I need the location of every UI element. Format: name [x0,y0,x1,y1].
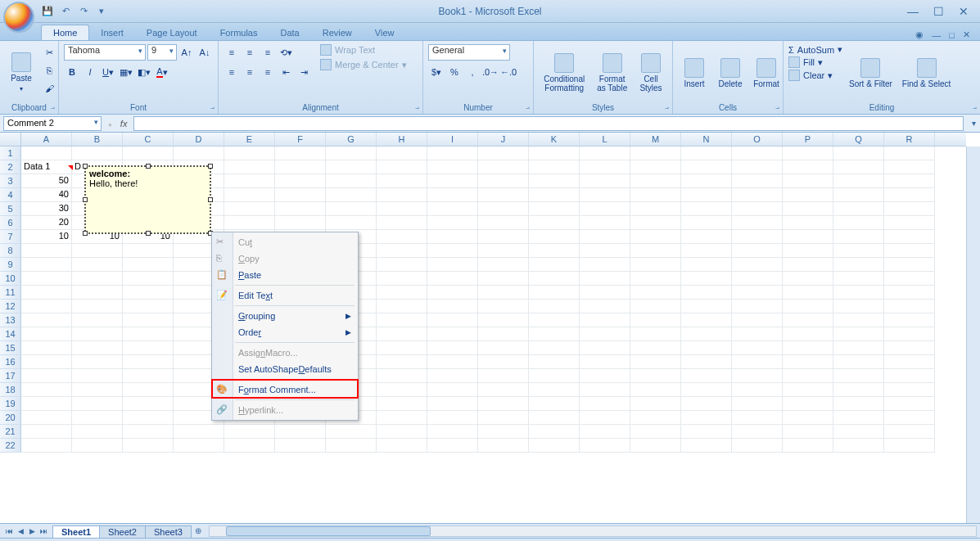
cell[interactable] [783,244,833,258]
cell[interactable] [833,188,884,202]
cell[interactable] [580,439,630,453]
cell[interactable] [783,188,833,202]
cell[interactable] [833,341,884,355]
qat-dropdown-icon[interactable]: ▾ [95,5,108,18]
font-color-icon[interactable]: A▾ [154,64,170,80]
next-sheet-icon[interactable]: ▶ [26,527,38,535]
cell[interactable] [377,174,427,188]
cell[interactable] [681,230,732,244]
cell[interactable] [224,147,275,160]
tab-home[interactable]: Home [41,25,89,40]
cell[interactable] [580,188,630,202]
cell[interactable] [580,160,630,174]
cell[interactable] [580,313,630,327]
cell[interactable] [224,188,275,202]
cell[interactable] [427,439,478,453]
cell[interactable] [275,174,326,188]
cell[interactable] [681,397,732,411]
cell[interactable] [72,272,123,286]
cell[interactable] [732,286,783,300]
cell[interactable] [123,300,174,313]
cell[interactable] [427,230,478,244]
increase-decimal-icon[interactable]: .0→ [482,64,499,80]
cell[interactable] [529,355,580,369]
format-painter-icon[interactable]: 🖌 [41,80,57,97]
cell[interactable] [833,174,884,188]
cell[interactable] [72,258,123,272]
cell[interactable] [427,160,478,174]
cell[interactable] [783,286,833,300]
cell[interactable] [427,258,478,272]
cell[interactable] [72,327,123,341]
cell[interactable] [783,313,833,327]
column-header[interactable]: D [174,133,224,146]
cell[interactable] [478,272,529,286]
cell[interactable] [732,355,783,369]
cell[interactable] [580,216,630,230]
cell[interactable] [123,397,174,411]
clear-button[interactable]: Clear ▾ [788,70,842,81]
cell[interactable] [377,258,427,272]
cell[interactable] [224,216,275,230]
cell[interactable] [783,160,833,174]
align-right-icon[interactable]: ≡ [260,64,276,80]
wrap-text-button[interactable]: Wrap Text [320,44,407,56]
cell[interactable] [681,341,732,355]
cell[interactable] [783,216,833,230]
cell[interactable] [72,369,123,383]
cell[interactable] [681,313,732,327]
cell[interactable] [427,369,478,383]
align-bottom-icon[interactable]: ≡ [260,44,276,61]
cell[interactable] [580,272,630,286]
cell[interactable] [326,216,377,230]
cell[interactable] [833,216,884,230]
cell[interactable] [21,258,72,272]
percent-icon[interactable]: % [446,64,463,80]
cell[interactable] [580,341,630,355]
column-header[interactable]: F [275,133,326,146]
cell[interactable] [630,383,681,397]
column-header[interactable]: E [224,133,275,146]
row-header[interactable]: 1 [0,147,21,160]
cell[interactable] [630,341,681,355]
cell[interactable] [478,202,529,216]
comma-icon[interactable]: , [464,64,481,80]
cell[interactable] [833,411,884,425]
cell[interactable] [580,383,630,397]
cell[interactable] [275,439,326,453]
cell[interactable] [681,369,732,383]
cell[interactable] [529,411,580,425]
cell[interactable] [732,327,783,341]
cell[interactable] [529,369,580,383]
cell[interactable] [21,411,72,425]
cell[interactable] [377,411,427,425]
cell[interactable]: 50 [21,174,72,188]
cell[interactable] [21,355,72,369]
cell[interactable] [783,230,833,244]
cell[interactable] [833,286,884,300]
cell[interactable] [123,369,174,383]
cell[interactable] [478,300,529,313]
cell[interactable] [884,355,935,369]
cell[interactable] [377,272,427,286]
cell[interactable] [630,202,681,216]
column-header[interactable]: Q [833,133,884,146]
tab-view[interactable]: View [364,25,406,40]
cell[interactable] [275,202,326,216]
horizontal-scrollbar[interactable] [209,525,977,537]
cell[interactable] [275,425,326,439]
cell[interactable] [732,160,783,174]
cell[interactable] [580,202,630,216]
cell[interactable] [580,258,630,272]
cell[interactable] [681,244,732,258]
sheet-tab-3[interactable]: Sheet3 [145,525,192,538]
cell[interactable] [326,439,377,453]
cell[interactable] [884,411,935,425]
column-header[interactable]: G [326,133,377,146]
cell[interactable] [580,369,630,383]
cell[interactable] [783,341,833,355]
cell[interactable] [21,425,72,439]
cell[interactable] [630,439,681,453]
resize-handle[interactable] [208,164,213,169]
ctx-copy[interactable]: ⎘Copy [212,250,358,267]
